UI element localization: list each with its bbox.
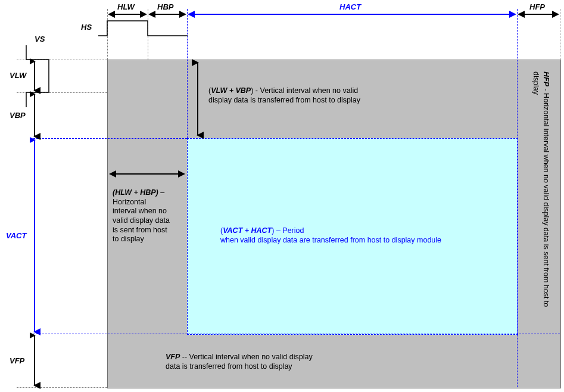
label-vfp: VFP (10, 356, 24, 365)
desc-vact-hact: (VACT + HACT) – Period when valid displa… (220, 226, 500, 245)
hlw-hbp-arrow (105, 167, 200, 185)
left-dim-arrows (30, 0, 66, 392)
desc-hfp: HFP - Horizontal interval when no valid … (531, 71, 551, 322)
timing-diagram: HLW HBP HACT HFP HS VS VLW VBP VACT VFP (0, 0, 564, 392)
desc-vlw-vbp: (VLW + VBP) - Vertical interval when no … (208, 86, 435, 105)
label-hlw: HLW (117, 2, 135, 11)
label-hfp: HFP (529, 2, 545, 11)
vlw-vbp-arrow (191, 57, 208, 152)
guide-vact-bottom (33, 334, 560, 334)
desc-hlw-hbp: (HLW + HBP) – Horizontal interval when n… (113, 188, 183, 244)
top-dim-arrows (0, 11, 564, 29)
label-vact: VACT (6, 231, 26, 240)
label-hbp: HBP (157, 2, 173, 11)
desc-vfp: VFP -- Vertical interval when no valid d… (166, 353, 416, 371)
label-hact: HACT (339, 2, 361, 11)
guide-hact-right (517, 9, 518, 387)
